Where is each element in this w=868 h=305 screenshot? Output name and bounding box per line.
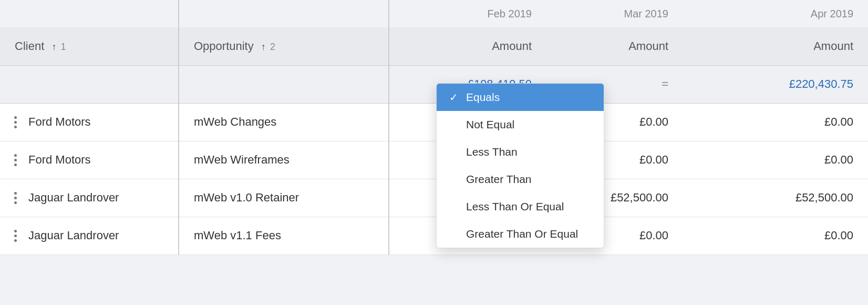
filter-client-cell [0, 65, 179, 103]
client-col-header[interactable]: Client ↑ 1 [0, 27, 179, 65]
filter-opportunity-cell [179, 65, 389, 103]
row-client-cell: Jaguar Landrover [0, 217, 179, 255]
filter-dropdown[interactable]: ✓EqualsNot EqualLess ThanGreater ThanLes… [436, 83, 604, 248]
row-client-name: Jaguar Landrover [28, 191, 119, 205]
dropdown-item-3[interactable]: Greater Than [437, 166, 604, 193]
table-row: Jaguar Landrover mWeb v1.1 Fees £0.00 £0… [0, 217, 868, 255]
opportunity-sort-number: 2 [270, 42, 275, 52]
opportunity-col-header[interactable]: Opportunity ↑ 2 [179, 27, 389, 65]
row-apr-amount: £0.00 [683, 217, 868, 255]
dropdown-item-label: Not Equal [466, 118, 514, 131]
opportunity-sort-icon: ↑ [261, 42, 266, 53]
apr-month-header: Apr 2019 [683, 0, 868, 27]
row-opportunity-name: mWeb v1.0 Retainer [179, 179, 389, 217]
dropdown-item-label: Less Than Or Equal [466, 200, 564, 213]
row-context-menu-icon[interactable] [7, 192, 23, 204]
dropdown-item-label: Greater Than Or Equal [466, 228, 578, 240]
apr-amount-header[interactable]: Amount [683, 27, 868, 65]
row-context-menu-icon[interactable] [7, 116, 23, 128]
table-row: Ford Motors mWeb Changes £0.00 £0.00 £0.… [0, 103, 868, 141]
client-label: Client [15, 39, 44, 53]
mar-amount-header[interactable]: Amount [546, 27, 683, 65]
table-container: Feb 2019 Mar 2019 Apr 2019 Client ↑ 1 Op… [0, 0, 868, 305]
apr-total-value: £220,430.75 [789, 77, 853, 90]
row-client-cell: Jaguar Landrover [0, 179, 179, 217]
opportunity-label: Opportunity [194, 39, 254, 53]
dropdown-item-label: Greater Than [466, 173, 532, 186]
row-opportunity-name: mWeb Changes [179, 103, 389, 141]
dropdown-item-4[interactable]: Less Than Or Equal [437, 193, 604, 220]
client-month-header [0, 0, 179, 27]
dropdown-item-label: Equals [466, 91, 500, 104]
equals-sign: = [662, 77, 668, 90]
dropdown-item-0[interactable]: ✓Equals [437, 84, 604, 111]
row-apr-amount: £0.00 [683, 103, 868, 141]
row-opportunity-name: mWeb v1.1 Fees [179, 217, 389, 255]
filter-total-row: £198,419.50 = £220,430.75 [0, 65, 868, 103]
checkmark-icon: ✓ [449, 91, 460, 104]
dropdown-item-label: Less Than [466, 146, 518, 158]
feb-amount-header[interactable]: Amount [389, 27, 546, 65]
main-table: Feb 2019 Mar 2019 Apr 2019 Client ↑ 1 Op… [0, 0, 868, 255]
row-client-cell: Ford Motors [0, 103, 179, 141]
row-context-menu-icon[interactable] [7, 154, 23, 166]
feb-month-header: Feb 2019 [389, 0, 546, 27]
client-sort-icon: ↑ [51, 42, 56, 53]
row-client-name: Ford Motors [28, 115, 91, 129]
row-context-menu-icon[interactable] [7, 230, 23, 242]
dropdown-item-1[interactable]: Not Equal [437, 111, 604, 138]
table-row: Ford Motors mWeb Wireframes £0.00 £0.00 … [0, 141, 868, 179]
dropdown-item-2[interactable]: Less Than [437, 138, 604, 166]
row-apr-amount: £0.00 [683, 141, 868, 179]
row-client-name: Jaguar Landrover [28, 229, 119, 242]
dropdown-item-5[interactable]: Greater Than Or Equal [437, 220, 604, 248]
row-apr-amount: £52,500.00 [683, 179, 868, 217]
table-row: Jaguar Landrover mWeb v1.0 Retainer £52,… [0, 179, 868, 217]
mar-month-header: Mar 2019 [546, 0, 683, 27]
row-client-name: Ford Motors [28, 153, 91, 167]
row-client-cell: Ford Motors [0, 141, 179, 179]
filter-apr-cell: £220,430.75 [683, 65, 868, 103]
client-sort-number: 1 [61, 42, 66, 52]
row-opportunity-name: mWeb Wireframes [179, 141, 389, 179]
opportunity-month-header [179, 0, 389, 27]
